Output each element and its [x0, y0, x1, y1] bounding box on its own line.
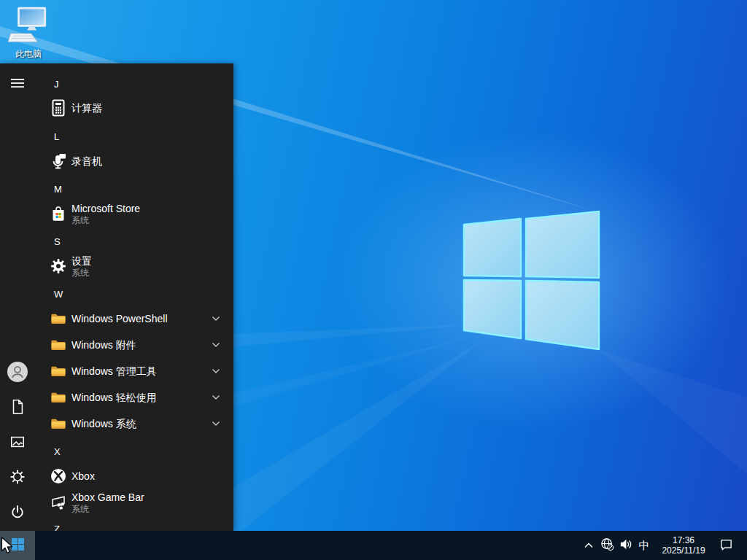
folder-item-windows-system[interactable]: Windows 系统 — [0, 411, 233, 437]
folder-item-windows-powershell[interactable]: Windows PowerShell — [0, 306, 233, 332]
xbox-game-bar-icon — [50, 494, 67, 511]
section-letter: Z — [54, 524, 60, 532]
chevron-down-icon[interactable] — [212, 316, 220, 322]
app-label: Windows 附件 — [71, 339, 136, 351]
taskbar-clock[interactable]: 17:36 2025/11/19 — [659, 535, 708, 556]
taskbar: 中 17:36 2025/11/19 — [0, 531, 747, 560]
app-label: Microsoft Store — [71, 203, 140, 215]
section-letter: W — [54, 289, 63, 300]
section-header-l[interactable]: L — [0, 126, 233, 147]
section-letter: J — [54, 79, 59, 90]
this-pc-icon — [7, 6, 50, 44]
chevron-down-icon[interactable] — [212, 342, 220, 348]
clock-date: 2025/11/19 — [662, 545, 705, 556]
tray-expand-button[interactable] — [580, 531, 597, 560]
section-letter: M — [54, 184, 62, 195]
volume-button[interactable] — [616, 531, 635, 560]
folder-item-windows-admin-tools[interactable]: Windows 管理工具 — [0, 358, 233, 384]
action-center-button[interactable] — [716, 531, 735, 560]
app-label: 设置 — [71, 255, 92, 268]
clock-time: 17:36 — [673, 535, 694, 545]
folder-item-windows-ease-of-access[interactable]: Windows 轻松使用 — [0, 384, 233, 411]
desktop-icon-this-pc[interactable]: 此电脑 — [4, 6, 53, 61]
microsoft-store-icon — [50, 205, 67, 222]
section-letter: X — [54, 446, 61, 457]
app-label: Windows 管理工具 — [71, 365, 157, 378]
voice-recorder-icon — [50, 152, 67, 170]
app-label: Windows 轻松使用 — [71, 392, 157, 404]
app-item-xbox-game-bar[interactable]: Xbox Game Bar 系统 — [0, 486, 233, 518]
chevron-down-icon[interactable] — [212, 368, 220, 374]
speaker-icon — [619, 537, 632, 554]
app-label: 计算器 — [71, 102, 102, 114]
section-header-j[interactable]: J — [0, 74, 233, 94]
app-label: Xbox — [71, 470, 95, 483]
app-label: 录音机 — [71, 155, 102, 168]
desktop-icon-label: 此电脑 — [4, 48, 53, 61]
chevron-up-icon — [584, 539, 594, 552]
notification-icon — [719, 537, 733, 554]
app-item-xbox[interactable]: Xbox — [0, 463, 233, 489]
desktop: 此电脑 J — [0, 0, 747, 560]
folder-icon — [50, 362, 67, 380]
ime-indicator[interactable]: 中 — [635, 531, 654, 560]
app-subtitle: 系统 — [71, 504, 144, 514]
section-header-w[interactable]: W — [0, 284, 233, 304]
app-item-voice-recorder[interactable]: 录音机 — [0, 148, 233, 174]
chevron-down-icon[interactable] — [212, 394, 220, 400]
section-header-m[interactable]: M — [0, 179, 233, 199]
section-header-x[interactable]: X — [0, 441, 233, 462]
section-letter: S — [54, 236, 61, 247]
folder-icon — [50, 389, 67, 406]
folder-icon — [50, 415, 67, 432]
xbox-icon — [50, 467, 67, 485]
section-header-z[interactable]: Z — [0, 518, 233, 531]
system-tray: 中 17:36 2025/11/19 — [580, 531, 747, 560]
app-subtitle: 系统 — [71, 268, 92, 278]
ime-language-label: 中 — [635, 539, 654, 553]
calculator-icon — [50, 99, 67, 117]
app-label: Windows PowerShell — [71, 313, 168, 325]
app-label: Windows 系统 — [71, 418, 136, 430]
app-item-settings[interactable]: 设置 系统 — [0, 250, 233, 282]
folder-icon — [50, 310, 67, 327]
folder-item-windows-accessories[interactable]: Windows 附件 — [0, 332, 233, 358]
section-header-s[interactable]: S — [0, 231, 233, 252]
section-letter: L — [54, 131, 59, 142]
app-subtitle: 系统 — [71, 215, 140, 225]
folder-icon — [50, 336, 67, 354]
chevron-down-icon[interactable] — [212, 421, 220, 427]
network-button[interactable] — [597, 531, 616, 560]
mouse-cursor — [1, 537, 14, 556]
start-menu: J 计算器 L 录音机 M Microsoft Store 系统 — [0, 63, 233, 531]
settings-gear-icon — [50, 257, 67, 275]
network-no-internet-icon — [600, 537, 614, 554]
app-item-calculator[interactable]: 计算器 — [0, 95, 233, 121]
app-item-microsoft-store[interactable]: Microsoft Store 系统 — [0, 198, 233, 230]
app-label: Xbox Game Bar — [71, 491, 144, 504]
